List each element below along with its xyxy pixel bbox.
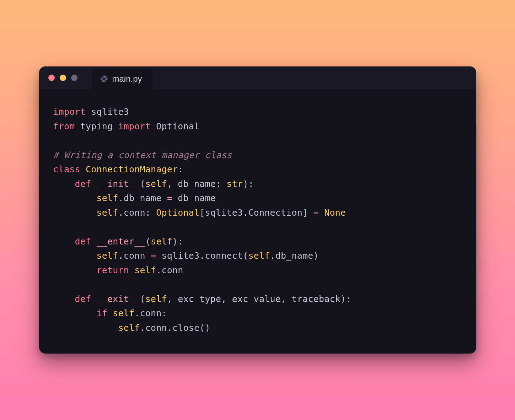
code-line: return self.conn bbox=[53, 265, 183, 275]
code-token: self bbox=[134, 265, 156, 275]
code-token: from bbox=[53, 121, 75, 131]
code-token: def bbox=[75, 294, 91, 304]
code-token: .conn: bbox=[118, 208, 156, 218]
code-token bbox=[53, 251, 97, 261]
code-line: # Writing a context manager class bbox=[53, 150, 232, 160]
code-token bbox=[129, 265, 134, 275]
code-token bbox=[91, 179, 96, 189]
code-token: # Writing a context manager class bbox=[53, 150, 232, 160]
code-token bbox=[107, 308, 113, 318]
code-line: import sqlite3 bbox=[53, 107, 129, 117]
code-token: self bbox=[97, 251, 118, 261]
code-token: ): bbox=[243, 179, 254, 189]
code-token: self bbox=[113, 308, 134, 318]
code-token: import bbox=[118, 121, 151, 131]
code-token: ( bbox=[145, 236, 151, 247]
code-token: Optional bbox=[151, 121, 199, 131]
code-token: class bbox=[53, 164, 80, 174]
code-line: from typing import Optional bbox=[53, 121, 200, 131]
code-token: .conn bbox=[156, 265, 183, 275]
code-token: , exc_type, exc_value, traceback): bbox=[167, 294, 352, 304]
code-line: if self.conn: bbox=[53, 308, 167, 318]
code-token: ): bbox=[172, 236, 183, 247]
code-token: import bbox=[53, 107, 86, 117]
code-token bbox=[91, 294, 96, 304]
titlebar: main.py bbox=[39, 66, 476, 89]
code-token bbox=[80, 164, 86, 174]
code-token bbox=[53, 323, 118, 333]
code-token: self bbox=[97, 193, 118, 203]
traffic-lights bbox=[48, 66, 77, 89]
code-token: typing bbox=[75, 121, 118, 131]
close-icon[interactable] bbox=[48, 75, 55, 81]
code-editor[interactable]: import sqlite3 from typing import Option… bbox=[39, 89, 476, 354]
code-token: self bbox=[145, 294, 167, 304]
code-token: ConnectionManager bbox=[86, 164, 178, 174]
code-token bbox=[53, 236, 75, 247]
code-token: __init__ bbox=[97, 179, 140, 189]
code-token bbox=[91, 236, 96, 247]
code-token: sqlite3 bbox=[86, 107, 129, 117]
code-token bbox=[53, 308, 97, 318]
code-token: self bbox=[145, 179, 167, 189]
code-token bbox=[319, 208, 324, 218]
code-token: if bbox=[97, 308, 108, 318]
code-token bbox=[53, 179, 75, 189]
code-token: self bbox=[248, 251, 270, 261]
code-token: .conn bbox=[118, 251, 151, 261]
code-token: .db_name) bbox=[270, 251, 319, 261]
code-token: .conn: bbox=[134, 308, 167, 318]
code-token: Optional bbox=[156, 208, 199, 218]
tab-label: main.py bbox=[112, 74, 142, 84]
code-token: .conn.close() bbox=[140, 323, 210, 333]
maximize-icon[interactable] bbox=[71, 75, 77, 81]
code-line: self.conn = sqlite3.connect(self.db_name… bbox=[53, 251, 319, 261]
code-token: self bbox=[151, 236, 172, 247]
code-token: .db_name bbox=[118, 193, 167, 203]
code-token bbox=[53, 193, 97, 203]
code-token: db_name bbox=[172, 193, 216, 203]
editor-window: main.py import sqlite3 from typing impor… bbox=[39, 66, 476, 354]
tab-main-py[interactable]: main.py bbox=[92, 69, 153, 89]
code-token bbox=[53, 294, 75, 304]
code-token: __exit__ bbox=[97, 294, 140, 304]
code-line: def __enter__(self): bbox=[53, 236, 183, 247]
code-token: = bbox=[151, 251, 156, 261]
code-line: self.conn.close() bbox=[53, 323, 210, 333]
code-token: str bbox=[227, 179, 243, 189]
minimize-icon[interactable] bbox=[60, 75, 66, 81]
code-token: None bbox=[324, 208, 346, 218]
python-icon bbox=[100, 75, 108, 83]
code-token: __enter__ bbox=[97, 236, 145, 247]
code-token bbox=[53, 208, 97, 218]
code-token: sqlite3.connect( bbox=[156, 251, 248, 261]
code-line: self.db_name = db_name bbox=[53, 193, 216, 203]
code-token: ( bbox=[140, 294, 145, 304]
code-token: : bbox=[178, 164, 183, 174]
code-token: , db_name: bbox=[167, 179, 227, 189]
code-token: = bbox=[167, 193, 172, 203]
code-token: return bbox=[97, 265, 129, 275]
code-line: self.conn: Optional[sqlite3.Connection] … bbox=[53, 208, 346, 218]
code-line: def __exit__(self, exc_type, exc_value, … bbox=[53, 294, 352, 304]
code-token: def bbox=[75, 236, 91, 247]
code-token: def bbox=[75, 179, 91, 189]
code-line: def __init__(self, db_name: str): bbox=[53, 179, 254, 189]
code-token: self bbox=[118, 323, 140, 333]
code-token bbox=[53, 265, 97, 275]
code-token: self bbox=[97, 208, 118, 218]
code-token: = bbox=[313, 208, 319, 218]
code-token: ( bbox=[140, 179, 145, 189]
code-line: class ConnectionManager: bbox=[53, 164, 183, 174]
code-token: [sqlite3.Connection] bbox=[199, 208, 313, 218]
